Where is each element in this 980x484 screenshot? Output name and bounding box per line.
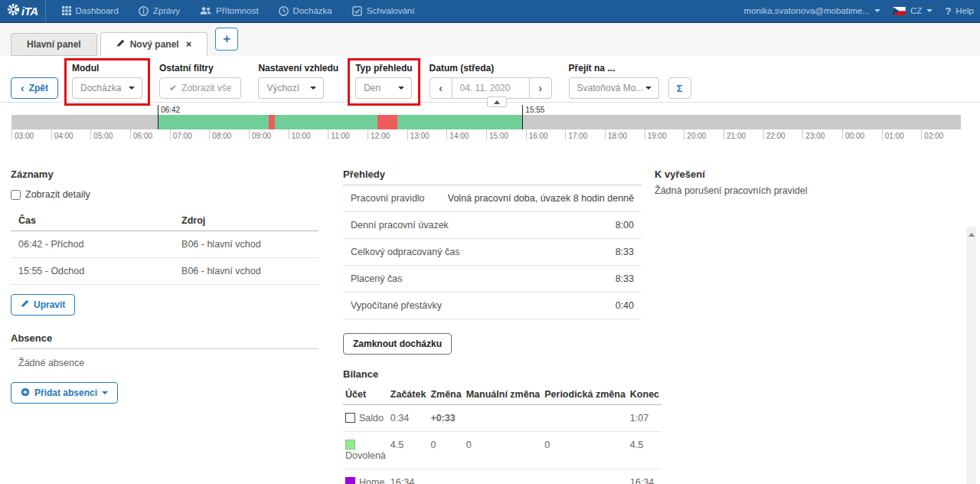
filters-label: Ostatní filtry: [159, 63, 241, 74]
help-link[interactable]: ? Help: [945, 5, 974, 17]
users-icon: [200, 6, 211, 15]
nav-item-label: Dashboard: [76, 6, 119, 15]
look-label: Nastavení vzhledu: [258, 63, 338, 74]
balance-col-zacatek: Začátek: [388, 384, 429, 405]
question-icon: ?: [945, 5, 951, 17]
balance-table: Účet Začátek Změna Manuální změna Period…: [343, 384, 662, 484]
overview-value: 8:33: [616, 247, 634, 257]
show-all-button[interactable]: ✔ Zobrazit vše: [159, 77, 241, 99]
look-select[interactable]: Výchozí: [258, 77, 324, 99]
hour-tick: [289, 129, 289, 139]
timeline-bar[interactable]: 06:4215:55: [11, 115, 961, 129]
balance-col-manualni: Manuální změna: [464, 384, 543, 405]
balance-manualni: 0: [464, 432, 543, 469]
close-icon[interactable]: ×: [186, 38, 192, 50]
goto-person-select[interactable]: Svatoňová Mo...: [569, 77, 659, 99]
nav-item-docházka[interactable]: Docházka: [270, 0, 341, 22]
type-group-highlight: Typ přehledu Den: [348, 58, 420, 106]
balance-row[interactable]: Dovolená4.50004.5: [343, 432, 662, 469]
balance-row[interactable]: Home Office16:3416:34: [343, 469, 662, 484]
add-panel-button[interactable]: +: [215, 28, 238, 51]
user-menu[interactable]: monika.svatonova@mobatime...: [744, 6, 880, 15]
date-prev-button[interactable]: ‹: [430, 77, 452, 99]
nav-item-label: Docházka: [293, 6, 332, 15]
balance-account: Home Office: [343, 469, 388, 484]
modul-select[interactable]: Docházka: [72, 77, 142, 99]
plus-circle-icon: [21, 388, 30, 399]
add-absence-button[interactable]: Přidat absenci: [11, 382, 118, 404]
balance-konec: 1:07: [628, 405, 662, 432]
overview-row: Placený čas8:33: [343, 266, 642, 293]
hour-tick-label: 08:00: [212, 132, 231, 140]
arrival-marker-label: 06:42: [161, 106, 180, 114]
overview-row: Celkový odpracovaný čas8:33: [343, 239, 642, 266]
balance-manualni: [464, 469, 543, 484]
overview-label: Placený čas: [351, 273, 402, 284]
hour-tick-label: 15:00: [489, 132, 508, 140]
info-icon: [139, 6, 149, 16]
overview-value: 8:33: [616, 273, 634, 284]
hour-tick: [51, 129, 52, 139]
edit-records-button[interactable]: Upravit: [11, 294, 75, 316]
scroll-up-icon: [969, 230, 975, 237]
hour-tick: [486, 129, 487, 139]
hour-tick-label: 02:00: [924, 132, 943, 140]
overview-row: Denní pracovní úvazek8:00: [343, 212, 642, 239]
account-color-swatch: [345, 413, 355, 423]
panel-tabs: Hlavní panel Nový panel × +: [0, 23, 980, 56]
balance-periodicka: 0: [542, 432, 628, 469]
nav-item-dashboard[interactable]: Dashboard: [54, 0, 127, 22]
hour-tick: [130, 129, 131, 139]
hour-tick-label: 19:00: [648, 132, 667, 140]
back-button[interactable]: ‹ Zpět: [11, 77, 58, 99]
app-logo[interactable]: iTA: [0, 0, 45, 21]
balance-row[interactable]: Saldo0:34+0:331:07: [343, 405, 662, 432]
check-icon: ✔: [169, 83, 177, 93]
balance-zmena: 0: [428, 432, 463, 469]
date-input[interactable]: [452, 77, 529, 99]
nav-item-label: Schvalování: [367, 6, 415, 15]
hour-tick: [446, 129, 447, 139]
type-select[interactable]: Den: [355, 77, 412, 99]
nav-item-label: Přítomnost: [216, 6, 259, 15]
overview-row: Vypočítané přestávky0:40: [343, 293, 642, 319]
chevron-down-icon: [926, 9, 933, 15]
record-time: 15:55 - Odchod: [11, 258, 174, 285]
collapse-toolbar-button[interactable]: [487, 96, 507, 107]
show-details-checkbox[interactable]: [11, 190, 21, 200]
date-next-button[interactable]: ›: [529, 77, 552, 99]
overview-value: Volná pracovní doba, úvazek 8 hodin denn…: [448, 193, 634, 204]
chevron-down-icon: [645, 87, 652, 93]
language-selector[interactable]: CZ: [893, 6, 933, 15]
nav-item-zprávy[interactable]: Zprávy: [130, 0, 188, 22]
nav-item-label: Zprávy: [153, 6, 180, 15]
pencil-icon: [21, 299, 29, 310]
absence-title: Absence: [11, 332, 318, 349]
records-section: Záznamy Zobrazit detaily Čas Zdroj 06:42…: [11, 168, 318, 404]
overview-label: Celkový odpracovaný čas: [351, 247, 459, 257]
sum-button[interactable]: Σ: [668, 77, 691, 99]
clock-icon: [279, 6, 289, 16]
vertical-scrollbar[interactable]: [966, 227, 976, 484]
nav-item-přítomnost[interactable]: Přítomnost: [191, 0, 267, 22]
balance-account: Dovolená: [343, 432, 388, 469]
user-email: monika.svatonova@mobatime...: [744, 6, 870, 15]
arrival-marker: [158, 105, 158, 129]
departure-marker: [522, 105, 523, 129]
record-row[interactable]: 15:55 - OdchodB06 - hlavní vchod: [11, 258, 318, 285]
balance-zacatek: 0:34: [388, 405, 429, 432]
hour-tick-label: 05:00: [93, 132, 113, 140]
tab-novy-panel[interactable]: Nový panel ×: [100, 32, 208, 56]
hour-tick-label: 09:00: [252, 132, 271, 140]
break-segment: [377, 115, 397, 129]
czech-flag-icon: [893, 7, 906, 15]
nav-item-schvalování[interactable]: Schvalování: [344, 0, 423, 22]
tab-hlavni-panel[interactable]: Hlavní panel: [11, 33, 97, 56]
hour-tick: [921, 129, 922, 139]
issues-section: K vyřešení Žádná porušení pracovních pra…: [655, 168, 907, 196]
overview-value: 8:00: [616, 220, 634, 231]
tab-label: Nový panel: [130, 39, 179, 50]
record-row[interactable]: 06:42 - PříchodB06 - hlavní vchod: [11, 231, 318, 258]
lock-attendance-button[interactable]: Zamknout docházku: [343, 333, 452, 355]
tab-label: Hlavní panel: [27, 39, 81, 50]
